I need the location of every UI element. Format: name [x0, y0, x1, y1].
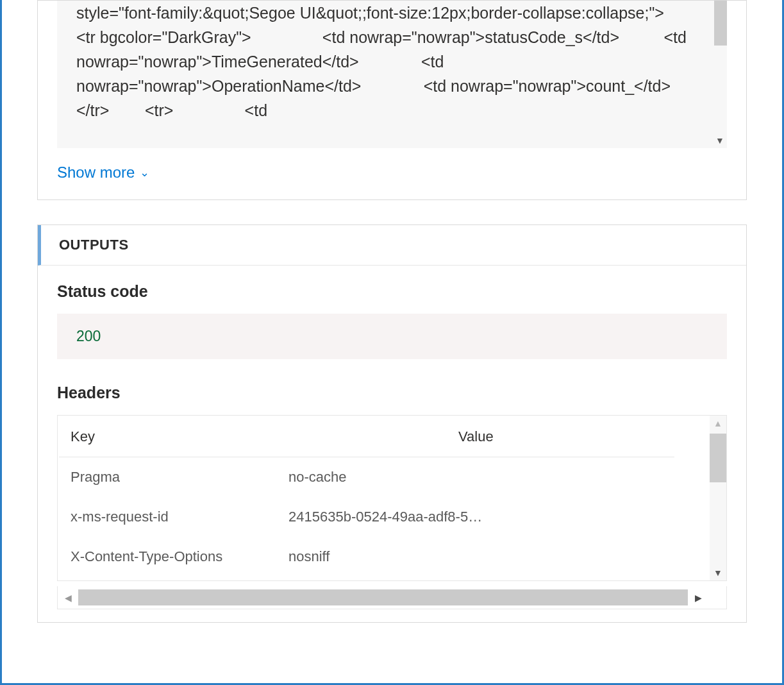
table-row: x-ms-request-id 2415635b-0524-49aa-adf8-… — [59, 497, 674, 537]
table-row: Pragma no-cache — [59, 457, 674, 497]
show-more-label: Show more — [57, 164, 135, 182]
cell-value: nosniff — [277, 537, 495, 577]
cell-value: 2415635b-0524-49aa-adf8-54... — [277, 497, 495, 537]
status-code-value: 200 — [57, 314, 727, 359]
table-row: X-Content-Type-Options nosniff — [59, 537, 674, 577]
headers-scrollbar-horizontal[interactable]: ◀ ▶ — [57, 586, 727, 609]
status-code-label: Status code — [57, 282, 727, 301]
chevron-down-icon: ⌄ — [140, 165, 149, 180]
scroll-thumb[interactable] — [78, 589, 688, 605]
scroll-track[interactable]: ▼ — [714, 1, 727, 148]
chevron-right-icon[interactable]: ▶ — [688, 586, 708, 609]
scroll-thumb[interactable] — [714, 1, 727, 46]
column-header-key[interactable]: Key — [59, 417, 447, 457]
headers-scrollbar-vertical[interactable]: ▲ ▼ — [710, 416, 726, 580]
outputs-section-header: OUTPUTS — [38, 225, 746, 266]
cell-key: x-ms-request-id — [59, 497, 277, 537]
scroll-thumb[interactable] — [710, 434, 726, 482]
cell-key: X-Content-Type-Options — [59, 537, 277, 577]
code-scrollbar-vertical[interactable]: ▼ — [714, 1, 727, 148]
cell-value: no-cache — [277, 457, 495, 497]
chevron-left-icon[interactable]: ◀ — [58, 586, 78, 609]
chevron-down-icon[interactable]: ▼ — [715, 135, 724, 146]
column-header-value[interactable]: Value — [447, 417, 674, 457]
cell-key: Pragma — [59, 457, 277, 497]
outputs-body: Status code 200 Headers Key Value Pragma… — [38, 266, 746, 622]
inputs-card: style="font-family:&quot;Segoe UI&quot;;… — [37, 0, 747, 200]
chevron-down-icon[interactable]: ▼ — [713, 568, 722, 578]
headers-label: Headers — [57, 384, 727, 402]
scroll-corner — [708, 586, 726, 609]
panel-outer: style="font-family:&quot;Segoe UI&quot;;… — [0, 0, 784, 685]
headers-table-container: Key Value Pragma no-cache x-ms-request-i… — [57, 415, 727, 581]
headers-table: Key Value Pragma no-cache x-ms-request-i… — [58, 416, 726, 580]
chevron-up-icon[interactable]: ▲ — [713, 418, 722, 428]
code-preview: style="font-family:&quot;Segoe UI&quot;;… — [57, 1, 727, 148]
outputs-card: OUTPUTS Status code 200 Headers Key Valu… — [37, 224, 747, 623]
show-more-button[interactable]: Show more ⌄ — [38, 148, 746, 199]
table-header-row: Key Value — [59, 417, 674, 457]
